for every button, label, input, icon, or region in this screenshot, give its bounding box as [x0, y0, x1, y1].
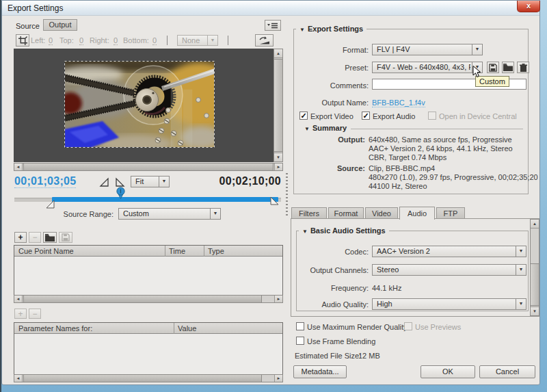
close-button[interactable]: x — [517, 1, 540, 12]
column-header-value[interactable]: Value — [178, 324, 196, 332]
crop-ratio-dropdown[interactable]: None ▼ — [177, 35, 218, 46]
device-central-label: Open in Device Central — [439, 112, 517, 120]
preview-horizontal-scrollbar[interactable]: ◄ ► — [14, 163, 283, 171]
scroll-right-icon[interactable]: ► — [274, 296, 282, 302]
summary-legend[interactable]: ▼Summary — [301, 124, 350, 132]
trash-icon — [520, 64, 527, 72]
max-render-quality-label[interactable]: Use Maximum Render Quality — [307, 323, 408, 331]
column-header-time[interactable]: Time — [169, 247, 185, 255]
import-preset-button[interactable] — [502, 62, 514, 73]
scrollbar-thumb[interactable] — [531, 263, 539, 306]
chevron-down-icon: ▼ — [210, 209, 220, 219]
scroll-left-icon[interactable]: ◄ — [14, 296, 23, 302]
cue-point-table[interactable]: Cue Point Name Time Type ◄ ► — [14, 245, 283, 303]
column-header-cue-name[interactable]: Cue Point Name — [18, 247, 74, 255]
out-point-handle-icon — [270, 196, 280, 206]
parameter-table[interactable]: Parameter Names for: Value ◄ ► — [14, 322, 283, 382]
scroll-right-icon[interactable]: ► — [274, 164, 282, 170]
device-central-checkbox[interactable] — [428, 112, 436, 120]
crop-top-value[interactable]: 0 — [79, 36, 83, 45]
scroll-up-icon[interactable]: ▲ — [274, 49, 282, 58]
format-dropdown[interactable]: FLV | F4V ▼ — [372, 44, 483, 55]
tab-output[interactable]: Output — [43, 19, 77, 31]
audio-panel-scrollbar[interactable]: ▲ ▼ — [530, 219, 539, 316]
crop-left-value[interactable]: 0 — [49, 36, 53, 45]
column-divider[interactable] — [165, 246, 165, 257]
delete-preset-button[interactable] — [517, 62, 529, 73]
scroll-left-icon[interactable]: ◄ — [14, 164, 23, 170]
max-render-quality-checkbox[interactable] — [296, 322, 304, 330]
scroll-down-icon[interactable]: ▼ — [531, 306, 539, 315]
ok-button[interactable]: OK — [421, 365, 475, 378]
frame-blending-label[interactable]: Use Frame Blending — [307, 337, 375, 345]
use-previews-checkbox[interactable] — [404, 322, 412, 330]
scroll-up-icon[interactable]: ▲ — [531, 220, 539, 228]
playhead[interactable] — [116, 187, 125, 202]
source-range-dropdown[interactable]: Custom ▼ — [118, 208, 221, 220]
tab-video[interactable]: Video — [365, 207, 398, 219]
column-header-parameter[interactable]: Parameter Names for: — [18, 324, 92, 332]
save-icon — [62, 233, 70, 241]
add-parameter-button[interactable]: + — [14, 309, 27, 319]
cue-table-header: Cue Point Name Time Type — [14, 246, 282, 257]
scrollbar-thumb[interactable] — [23, 164, 274, 170]
frame-blending-checkbox[interactable] — [296, 337, 304, 345]
panel-menu-button[interactable] — [265, 20, 281, 31]
scrollbar-thumb[interactable] — [23, 296, 262, 302]
source-range-label: Source Range: — [43, 210, 114, 218]
crop-bottom-value[interactable]: 0 — [152, 36, 157, 45]
audio-quality-dropdown[interactable]: High ▼ — [372, 298, 526, 310]
load-cue-points-button[interactable] — [43, 232, 57, 243]
preset-dropdown[interactable]: F4V - Web - 640x480, 4x3, P... ▼ — [372, 62, 483, 73]
duration-timecode: 00;02;10;00 — [200, 175, 281, 187]
preview-vertical-scrollbar[interactable]: ▲ ▼ — [274, 49, 283, 162]
panel-splitter[interactable] — [286, 173, 288, 215]
aspect-correction-icon — [258, 36, 271, 44]
basic-audio-settings-legend[interactable]: ▼Basic Audio Settings — [299, 226, 389, 235]
add-cue-point-button[interactable]: + — [14, 232, 27, 243]
scroll-right-icon[interactable]: ► — [274, 375, 282, 382]
output-channels-dropdown[interactable]: Stereo ▼ — [372, 264, 526, 276]
scroll-down-icon[interactable]: ▼ — [274, 153, 282, 161]
set-in-point-button[interactable] — [99, 177, 109, 190]
column-divider[interactable] — [204, 246, 204, 257]
chevron-down-icon: ▼ — [516, 265, 526, 275]
codec-dropdown[interactable]: AAC+ Version 2 ▼ — [372, 246, 526, 257]
tab-ftp[interactable]: FTP — [436, 207, 465, 219]
export-video-label[interactable]: Export Video — [310, 112, 353, 120]
tab-format[interactable]: Format — [328, 207, 364, 219]
tab-audio[interactable]: Audio — [399, 207, 435, 220]
scroll-left-icon[interactable]: ◄ — [14, 375, 23, 382]
tab-filters[interactable]: Filters — [291, 207, 327, 219]
comments-label: Comments: — [293, 81, 369, 90]
toolbar-divider — [167, 36, 168, 45]
tab-source[interactable]: Source — [16, 22, 40, 30]
parameter-table-horizontal-scrollbar[interactable]: ◄ ► — [14, 374, 283, 382]
remove-parameter-button[interactable]: − — [29, 309, 41, 319]
crop-right-value[interactable]: 0 — [114, 36, 118, 45]
remove-cue-point-button[interactable]: − — [29, 232, 41, 243]
metadata-button[interactable]: Metadata... — [293, 365, 347, 378]
zoom-level-dropdown[interactable]: Fit ▼ — [131, 176, 170, 187]
scrollbar-thumb[interactable] — [23, 375, 262, 382]
export-settings-legend[interactable]: ▼Export Settings — [296, 25, 366, 33]
crop-button[interactable] — [16, 34, 29, 47]
column-divider[interactable] — [174, 323, 174, 334]
save-preset-button[interactable] — [487, 62, 499, 73]
export-video-checkbox[interactable]: ✓ — [299, 112, 308, 120]
scrollbar-thumb[interactable] — [274, 59, 282, 152]
aspect-correction-button[interactable] — [255, 34, 274, 47]
current-timecode[interactable]: 00;01;03;05 — [14, 175, 76, 188]
output-name-link[interactable]: BFB-BBC_1.f4v — [372, 99, 425, 107]
column-header-type[interactable]: Type — [208, 247, 224, 255]
export-audio-checkbox[interactable]: ✓ — [362, 112, 370, 120]
timeline-range-bar[interactable] — [52, 197, 278, 202]
out-point-handle[interactable] — [270, 196, 280, 209]
cue-table-horizontal-scrollbar[interactable]: ◄ ► — [14, 295, 283, 303]
frequency-label: Frequency: — [293, 284, 369, 292]
title-bar[interactable]: Export Settings x — [2, 1, 539, 16]
summary-source-line: Clip, BFB-BBC.mp4 — [369, 164, 435, 172]
cancel-button[interactable]: Cancel — [479, 365, 535, 378]
export-audio-label[interactable]: Export Audio — [373, 112, 415, 120]
save-cue-points-button[interactable] — [59, 232, 72, 243]
